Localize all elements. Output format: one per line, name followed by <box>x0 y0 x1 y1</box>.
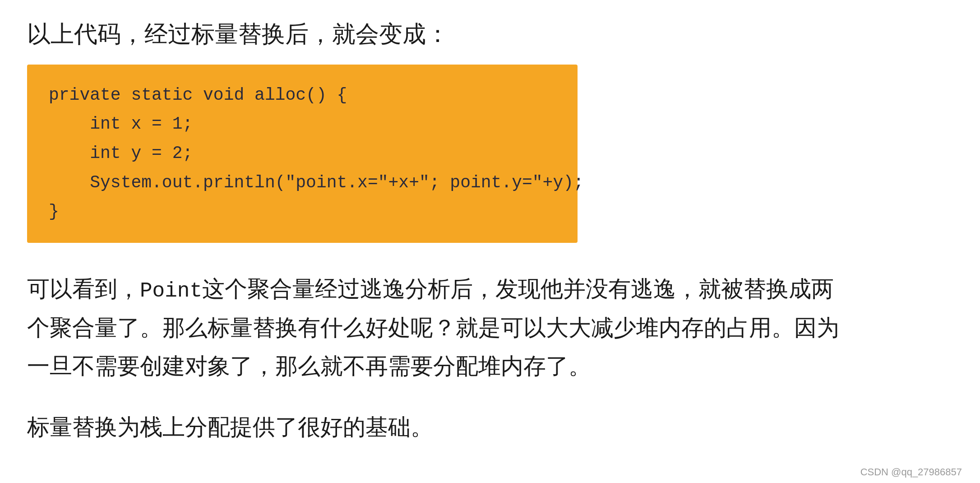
section-title: 以上代码，经过标量替换后，就会变成： <box>27 18 953 51</box>
code-content: private static void alloc() { int x = 1;… <box>49 81 556 227</box>
paragraph-2: 标量替换为栈上分配提供了很好的基础。 <box>27 408 839 446</box>
watermark: CSDN @qq_27986857 <box>860 466 962 478</box>
code-block: private static void alloc() { int x = 1;… <box>27 65 578 243</box>
inline-code-point: Point <box>140 279 202 303</box>
paragraph-1: 可以看到，Point这个聚合量经过逃逸分析后，发现他并没有逃逸，就被替换成两个聚… <box>27 270 839 385</box>
